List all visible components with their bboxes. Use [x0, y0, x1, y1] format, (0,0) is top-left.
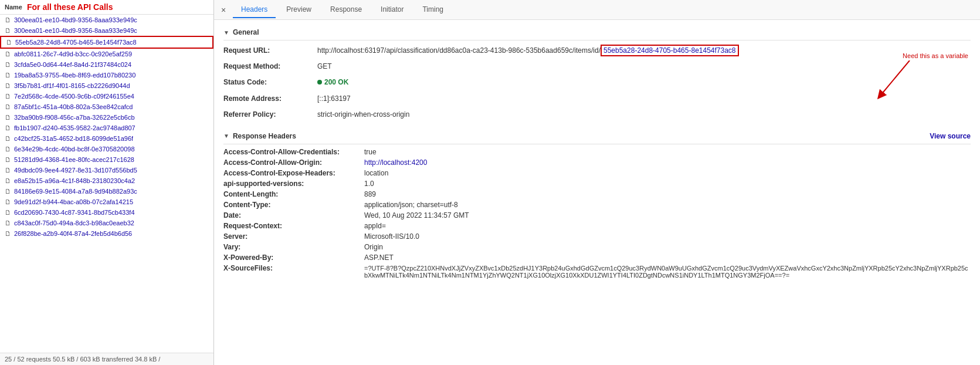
- tab-timing[interactable]: Timing: [414, 2, 452, 18]
- response-header-value: Wed, 10 Aug 2022 11:34:57 GMT: [364, 211, 469, 219]
- item-text: 51281d9d-4368-41ee-80fc-acec217c1628: [14, 156, 134, 163]
- list-item[interactable]: 🗋87a5bf1c-451a-40b8-802a-53ee842cafcd: [0, 102, 213, 112]
- item-text: 6e34e29b-4cdc-40bd-bc8f-0e3705820098: [14, 146, 135, 153]
- view-source-button[interactable]: View source: [930, 132, 971, 140]
- response-header-row: X-Powered-By:ASP.NET: [223, 252, 971, 263]
- response-header-value: appId=: [364, 222, 386, 230]
- document-icon: 🗋: [5, 209, 12, 216]
- list-item[interactable]: 🗋3cfda5e0-0d64-44ef-8a4d-21f37484c024: [0, 59, 213, 70]
- tabs-bar: × HeadersPreviewResponseInitiatorTiming: [214, 0, 980, 20]
- status-green-dot: [317, 80, 322, 85]
- response-header-name: Access-Control-Allow-Credentials:: [223, 148, 364, 156]
- general-section-label: General: [233, 28, 259, 36]
- item-text: 300eea01-ee10-4bd9-9356-8aaa933e949c: [14, 16, 137, 23]
- response-header-value: http://localhost:4200: [364, 158, 427, 167]
- response-header-name: X-SourceFiles:: [223, 264, 364, 272]
- tab-headers[interactable]: Headers: [233, 2, 276, 18]
- response-header-name: X-Powered-By:: [223, 254, 364, 262]
- document-icon: 🗋: [5, 93, 12, 100]
- list-item[interactable]: 🗋19ba8a53-9755-4beb-8f69-edd107b80230: [0, 70, 213, 80]
- remote-address-value: [::1]:63197: [317, 93, 351, 104]
- response-header-value: Origin: [364, 243, 383, 251]
- document-icon: 🗋: [5, 103, 12, 110]
- response-header-name: Server:: [223, 232, 364, 241]
- request-method-row: Request Method: GET: [223, 59, 971, 75]
- item-text: c42bcf25-31a5-4652-bd18-6099de51a96f: [14, 135, 133, 142]
- item-text: 3f5b7b81-df1f-4f01-8165-cb2226d9044d: [14, 82, 130, 89]
- status-code-row: Status Code: 200 OK: [223, 75, 971, 90]
- response-header-name: Vary:: [223, 243, 364, 251]
- response-header-link[interactable]: http://localhost:4200: [364, 158, 427, 167]
- close-button[interactable]: ×: [219, 5, 228, 15]
- right-panel: × HeadersPreviewResponseInitiatorTiming …: [214, 0, 980, 365]
- name-column-header: Name: [5, 4, 22, 11]
- item-text: 7e2d568c-4cde-4500-9c6b-c09f246155e4: [14, 93, 134, 100]
- list-item[interactable]: 🗋300eea01-ee10-4bd9-9356-8aaa933e949c: [0, 25, 213, 36]
- document-icon: 🗋: [5, 198, 12, 205]
- left-header: Name For all these API Calls: [0, 0, 213, 15]
- list-item[interactable]: 🗋51281d9d-4368-41ee-80fc-acec217c1628: [0, 154, 213, 165]
- item-text: 26f828be-a2b9-40f4-87a4-2feb5d4b6d56: [14, 230, 132, 237]
- list-item[interactable]: 🗋49dbdc09-9ee4-4927-8e31-3d107d556bd5: [0, 165, 213, 175]
- item-text: 3cfda5e0-0d64-44ef-8a4d-21f37484c024: [14, 61, 131, 68]
- request-list: 🗋300eea01-ee10-4bd9-9356-8aaa933e949c🗋30…: [0, 15, 213, 353]
- list-item[interactable]: 🗋6e34e29b-4cdc-40bd-bc8f-0e3705820098: [0, 144, 213, 154]
- list-item[interactable]: 🗋7e2d568c-4cde-4500-9c6b-c09f246155e4: [0, 91, 213, 102]
- list-item[interactable]: 🗋32ba90b9-f908-456c-a7ba-32622e5cb6cb: [0, 112, 213, 123]
- list-item[interactable]: 🗋fb1b1907-d240-4535-9582-2ac9748ad807: [0, 123, 213, 133]
- document-icon: 🗋: [5, 146, 12, 153]
- response-header-row: X-SourceFiles:=?UTF-8?B?QzpcZ210XHNvdXJj…: [223, 263, 971, 280]
- response-header-value: =?UTF-8?B?QzpcZ210XHNvdXJjZVxyZXBvc1xDb2…: [364, 265, 971, 279]
- response-header-name: Access-Control-Allow-Origin:: [223, 158, 364, 167]
- list-item[interactable]: 🗋3f5b7b81-df1f-4f01-8165-cb2226d9044d: [0, 80, 213, 91]
- response-header-row: Access-Control-Allow-Origin:http://local…: [223, 157, 971, 168]
- tab-response[interactable]: Response: [322, 2, 370, 18]
- collapse-response-icon[interactable]: ▼: [223, 133, 229, 139]
- response-header-row: Content-Type:application/json; charset=u…: [223, 200, 971, 210]
- document-icon: 🗋: [5, 135, 12, 142]
- response-header-value: Microsoft-IIS/10.0: [364, 232, 419, 241]
- item-text: 32ba90b9-f908-456c-a7ba-32622e5cb6cb: [14, 114, 135, 121]
- document-icon: 🗋: [5, 167, 12, 174]
- list-item[interactable]: 🗋c843ac0f-75d0-494a-8dc3-b98ac0eaeb32: [0, 218, 213, 228]
- document-icon: 🗋: [6, 39, 13, 46]
- list-item[interactable]: 🗋84186e69-9e15-4084-a7a8-9d94b882a93c: [0, 186, 213, 197]
- list-item[interactable]: 🗋e8a52b15-a96a-4c1f-848b-23180230c4a2: [0, 175, 213, 186]
- request-url-prefix: http://localhost:63197/api/classificatio…: [317, 46, 601, 55]
- response-header-name: api-supported-versions:: [223, 180, 364, 188]
- response-header-row: Content-Length:889: [223, 189, 971, 200]
- footer-stats: 25 / 52 requests 50.5 kB / 603 kB transf…: [0, 353, 213, 365]
- list-item[interactable]: 🗋c42bcf25-31a5-4652-bd18-6099de51a96f: [0, 133, 213, 144]
- document-icon: 🗋: [5, 50, 12, 58]
- page-title: For all these API Calls: [27, 2, 113, 12]
- response-headers-label: Response Headers: [233, 132, 296, 140]
- request-url-highlighted-part: 55eb5a28-24d8-4705-b465-8e1454f73ac8: [601, 45, 739, 56]
- list-item[interactable]: 🗋6cd20690-7430-4c87-9341-8bd75cb433f4: [0, 207, 213, 218]
- item-text: 19ba8a53-9755-4beb-8f69-edd107b80230: [14, 72, 135, 79]
- request-url-value: http://localhost:63197/api/classificatio…: [317, 45, 739, 56]
- list-item[interactable]: 🗋abfc0811-26c7-4d9d-b3cc-0c920e5af259: [0, 49, 213, 59]
- request-method-label: Request Method:: [223, 61, 317, 72]
- response-header-name: Access-Control-Expose-Headers:: [223, 169, 364, 177]
- referrer-policy-value: strict-origin-when-cross-origin: [317, 109, 409, 120]
- response-header-row: Access-Control-Allow-Credentials:true: [223, 147, 971, 157]
- list-item[interactable]: 🗋55eb5a28-24d8-4705-b465-8e1454f73ac8: [0, 36, 213, 49]
- remote-address-row: Remote Address: [::1]:63197: [223, 91, 971, 107]
- referrer-policy-row: Referrer Policy: strict-origin-when-cros…: [223, 107, 971, 123]
- response-headers-section: ▼ Response Headers View source: [223, 129, 971, 144]
- collapse-triangle-icon[interactable]: ▼: [223, 29, 229, 36]
- document-icon: 🗋: [5, 188, 12, 195]
- content-area: ▼ General Request URL: http://localhost:…: [214, 20, 980, 365]
- list-item[interactable]: 🗋9de91d2f-b944-4bac-a08b-07c2afa14215: [0, 197, 213, 207]
- response-header-row: Access-Control-Expose-Headers:location: [223, 168, 971, 178]
- document-icon: 🗋: [5, 114, 12, 121]
- list-item[interactable]: 🗋300eea01-ee10-4bd9-9356-8aaa933e949c: [0, 15, 213, 25]
- response-header-row: Request-Context:appId=: [223, 221, 971, 231]
- response-header-value: true: [364, 148, 377, 156]
- list-item[interactable]: 🗋26f828be-a2b9-40f4-87a4-2feb5d4b6d56: [0, 228, 213, 239]
- response-header-value: 1.0: [364, 180, 374, 188]
- tab-initiator[interactable]: Initiator: [372, 2, 412, 18]
- tab-preview[interactable]: Preview: [278, 2, 320, 18]
- response-header-row: Vary:Origin: [223, 242, 971, 252]
- response-header-row: Date:Wed, 10 Aug 2022 11:34:57 GMT: [223, 210, 971, 221]
